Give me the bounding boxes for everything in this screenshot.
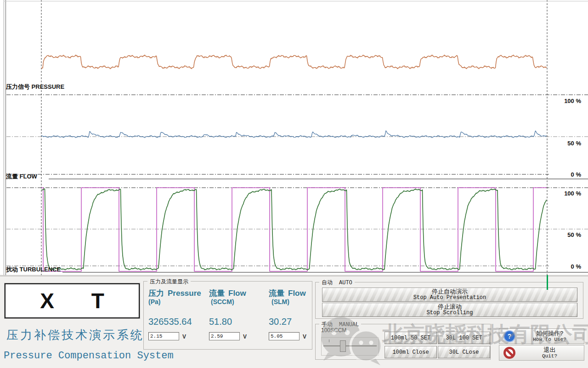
manual-groupbox: 手动MANUAL 100SCCM 100ml 50 SET 30L 100 SE… bbox=[315, 324, 491, 360]
flow-slm-voltage-input[interactable] bbox=[269, 332, 300, 340]
xt-logo: X T bbox=[5, 283, 140, 318]
flow-tick-0: 0 % bbox=[554, 171, 581, 178]
quit-button[interactable]: 退出 Quit? bbox=[499, 345, 584, 361]
flow-slm-col-header: 流量Flow bbox=[269, 288, 306, 299]
control-panel: X T 压力补偿技术演示系统 Pressure Compensation Sys… bbox=[0, 276, 588, 368]
auto-groupbox: 自动AUTO 停止自动演示 Stop Auto Presentation 停止滚… bbox=[315, 282, 583, 319]
window-left-border-outer bbox=[4, 0, 4, 275]
turbulence-trace-label: 扰动 TURBULENCE bbox=[6, 265, 61, 274]
flow-sccm-voltage-unit: V bbox=[243, 334, 247, 340]
pressure-col-unit: (Pa) bbox=[148, 298, 160, 305]
pressure-voltage-unit: V bbox=[182, 334, 186, 340]
charts-svg bbox=[0, 0, 588, 276]
window-top-border bbox=[4, 1, 588, 1]
chart-cursor-marker bbox=[547, 275, 548, 290]
window-left-border-inner bbox=[6, 0, 6, 275]
flow-sccm-col-header: 流量Flow bbox=[209, 288, 246, 299]
open-30l-100-button[interactable]: 30L 100 SET bbox=[438, 332, 490, 344]
question-icon: ? bbox=[503, 330, 515, 342]
pressure-trace-label: 压力信号 PRESSURE bbox=[6, 83, 64, 91]
stop-scrolling-button[interactable]: 停止滚动 Stop Scrolling bbox=[322, 303, 577, 317]
slider-tick bbox=[329, 339, 329, 342]
auto-group-label: 自动AUTO bbox=[319, 279, 355, 287]
slider-label: 100SCCM bbox=[321, 327, 346, 334]
flow-tick-50: 50 % bbox=[554, 140, 581, 147]
flow-sccm-value: 51.80 bbox=[209, 316, 232, 327]
flow-setpoint-slider[interactable] bbox=[321, 337, 379, 356]
display-group-label: 压力及流量显示 bbox=[147, 278, 191, 286]
no-entry-icon bbox=[503, 347, 515, 359]
flow-sccm-voltage-input[interactable] bbox=[209, 332, 240, 340]
flow-sccm-col-unit: (SCCM) bbox=[211, 298, 234, 305]
slider-track[interactable] bbox=[323, 345, 377, 346]
turbulence-tick-50: 50 % bbox=[554, 231, 581, 238]
chart-bottom-border bbox=[0, 275, 588, 276]
close-30l-button[interactable]: 30L CLose bbox=[438, 346, 490, 358]
stop-auto-presentation-button[interactable]: 停止自动演示 Stop Auto Presentation bbox=[322, 288, 577, 302]
app-title-cn: 压力补偿技术演示系统 bbox=[6, 327, 144, 343]
xt-logo-text: X T bbox=[24, 288, 120, 313]
flow-slm-col-unit: (SLM) bbox=[271, 298, 289, 305]
flow-tick-100: 100 % bbox=[554, 98, 581, 104]
open-100ml-50-button[interactable]: 100ml 50 SET bbox=[384, 332, 437, 344]
pressure-voltage-input[interactable] bbox=[148, 332, 179, 340]
pressure-value: 326535.64 bbox=[148, 316, 192, 327]
flow-slm-value: 30.27 bbox=[269, 316, 292, 327]
pressure-col-header: 压力Pressure bbox=[148, 288, 201, 299]
flow-slm-voltage-unit: V bbox=[303, 334, 306, 340]
flow-trace-label: 流量 FLOW bbox=[6, 172, 37, 181]
display-groupbox: 压力及流量显示 压力Pressure (Pa) 326535.64 V 流量Fl… bbox=[143, 281, 312, 350]
turbulence-tick-0: 0 % bbox=[554, 263, 581, 270]
close-100ml-button[interactable]: 100ml Close bbox=[384, 346, 437, 358]
app-title-en: Pressure Compensation System bbox=[4, 350, 174, 362]
turbulence-tick-100: 100 % bbox=[554, 190, 581, 197]
how-to-use-button[interactable]: ? 如何操作? How To Use? bbox=[499, 328, 584, 344]
chart-area: 压力信号 PRESSURE 流量 FLOW 扰动 TURBULENCE 100 … bbox=[0, 0, 588, 276]
slider-thumb[interactable] bbox=[340, 340, 346, 352]
